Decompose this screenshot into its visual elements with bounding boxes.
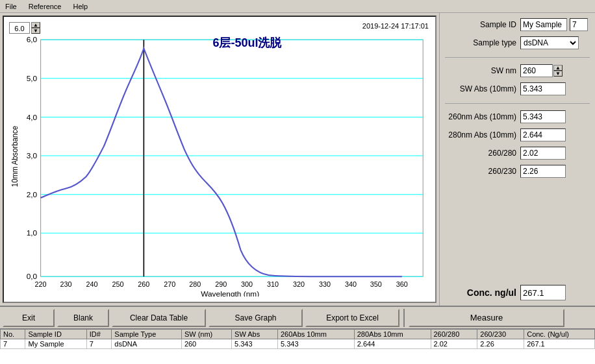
spinner-up[interactable]: ▲ (31, 22, 40, 28)
abs280-row: 280nm Abs (10mm) 2.644 (445, 128, 590, 141)
top-section: 6.0 ▲ ▼ 2019-12-24 17:17:01 6层-50ul洗脱 (0, 13, 595, 306)
save-graph-button[interactable]: Save Graph (209, 309, 303, 327)
conc-value: 267.1 (520, 285, 566, 300)
sw-nm-up[interactable]: ▲ (553, 65, 563, 71)
svg-text:330: 330 (319, 280, 331, 288)
svg-text:5,0: 5,0 (27, 75, 38, 82)
ratio260230-label: 260/230 (445, 167, 516, 176)
chart-timestamp: 2019-12-24 17:17:01 (362, 22, 429, 30)
col-sample-type: Sample Type (112, 330, 182, 339)
table-cell: 2.644 (354, 339, 431, 349)
svg-text:340: 340 (345, 280, 357, 288)
ratio260230-row: 260/230 2.26 (445, 165, 590, 178)
chart-svg: 6,0 5,0 4,0 3,0 2,0 1,0 0,0 220 230 240 … (9, 36, 430, 297)
col-abs260: 260Abs 10mm (277, 330, 354, 339)
col-260230: 260/230 (477, 330, 524, 339)
divider1 (445, 57, 590, 58)
col-sw-abs: SW Abs (232, 330, 278, 339)
full-layout: 6.0 ▲ ▼ 2019-12-24 17:17:01 6层-50ul洗脱 (0, 13, 595, 364)
sw-nm-row: SW nm ▲ ▼ (445, 64, 590, 77)
menu-help[interactable]: Help (71, 3, 91, 10)
sw-nm-input[interactable] (520, 64, 553, 77)
abs280-value: 2.644 (520, 128, 566, 141)
ratio260280-value: 2.02 (520, 147, 566, 160)
export-button[interactable]: Export to Excel (305, 309, 399, 327)
sample-id-input[interactable] (520, 18, 567, 31)
table-row: 7My Sample7dsDNA2605.3435.3432.6442.022.… (1, 339, 595, 349)
chart-spinner: 6.0 ▲ ▼ (9, 22, 40, 34)
chart-container: 6.0 ▲ ▼ 2019-12-24 17:17:01 6层-50ul洗脱 (3, 16, 437, 303)
spinner-arrows: ▲ ▼ (31, 22, 40, 34)
svg-text:10mm Absorbance: 10mm Absorbance (11, 126, 19, 187)
sw-nm-arrows: ▲ ▼ (553, 65, 563, 77)
abs280-label: 280nm Abs (10mm) (445, 130, 516, 140)
svg-text:360: 360 (396, 280, 408, 288)
svg-text:3,0: 3,0 (27, 152, 38, 160)
svg-text:300: 300 (241, 280, 253, 288)
ratio260280-row: 260/280 2.02 (445, 147, 590, 160)
abs260-value: 5.343 (520, 110, 566, 123)
col-sw-nm: SW (nm) (181, 330, 231, 339)
table-header-row: No. Sample ID ID# Sample Type SW (nm) SW… (1, 330, 595, 339)
sw-nm-label: SW nm (445, 66, 516, 75)
table-cell: 7 (1, 339, 25, 349)
menu-reference[interactable]: Reference (26, 3, 64, 10)
svg-text:320: 320 (293, 280, 305, 288)
divider2 (445, 103, 590, 104)
svg-text:350: 350 (370, 280, 382, 288)
table-cell: 260 (181, 339, 231, 349)
sample-num-input[interactable] (570, 18, 588, 31)
svg-text:260: 260 (138, 280, 149, 288)
ratio260230-value: 2.26 (520, 165, 566, 178)
blank-button[interactable]: Blank (57, 309, 109, 327)
sw-nm-down[interactable]: ▼ (553, 71, 563, 77)
measure-button[interactable]: Measure (409, 309, 564, 327)
spinner-down[interactable]: ▼ (31, 28, 40, 34)
svg-text:240: 240 (86, 280, 97, 288)
col-no: No. (1, 330, 25, 339)
sample-type-select[interactable]: dsDNA ssDNA RNA Protein (520, 36, 579, 49)
sample-type-row: Sample type dsDNA ssDNA RNA Protein (445, 36, 590, 49)
sample-id-label: Sample ID (445, 20, 516, 29)
menu-file[interactable]: File (3, 3, 19, 10)
svg-text:230: 230 (60, 280, 71, 288)
spinner-value: 6.0 (9, 22, 30, 34)
chart-svg-container: 6,0 5,0 4,0 3,0 2,0 1,0 0,0 220 230 240 … (9, 36, 430, 297)
svg-text:280: 280 (189, 280, 201, 288)
svg-text:4,0: 4,0 (27, 114, 38, 121)
svg-text:1,0: 1,0 (27, 230, 38, 237)
col-260280: 260/280 (431, 330, 477, 339)
sw-abs-row: SW Abs (10mm) 5.343 (445, 82, 590, 95)
conc-label: Conc. ng/ul (445, 287, 516, 298)
chart-title: 6层-50ul洗脱 (212, 35, 281, 51)
svg-text:2,0: 2,0 (27, 191, 38, 199)
exit-button[interactable]: Exit (3, 309, 55, 327)
clear-data-button[interactable]: Clear Data Table (112, 309, 206, 327)
ratio260280-label: 260/280 (445, 149, 516, 158)
col-conc: Conc. (Ng/ul) (524, 330, 595, 339)
sample-type-label: Sample type (445, 38, 516, 47)
table-cell: 5.343 (232, 339, 278, 349)
svg-text:290: 290 (215, 280, 227, 288)
button-bar: Exit Blank Clear Data Table Save Graph E… (0, 306, 595, 328)
col-abs280: 280Abs 10mm (354, 330, 431, 339)
right-panel: Sample ID Sample type dsDNA ssDNA RNA Pr… (439, 13, 595, 306)
button-separator (403, 309, 405, 327)
svg-text:0,0: 0,0 (27, 273, 38, 281)
svg-text:220: 220 (35, 280, 47, 288)
abs260-row: 260nm Abs (10mm) 5.343 (445, 110, 590, 123)
table-cell: 267.1 (524, 339, 595, 349)
svg-text:310: 310 (267, 280, 279, 288)
table-cell: My Sample (25, 339, 86, 349)
col-id: ID# (86, 330, 111, 339)
sw-abs-value: 5.343 (520, 82, 566, 95)
abs260-label: 260nm Abs (10mm) (445, 112, 516, 121)
col-sample-id: Sample ID (25, 330, 86, 339)
data-table-container: No. Sample ID ID# Sample Type SW (nm) SW… (0, 328, 595, 364)
svg-text:250: 250 (112, 280, 123, 288)
table-cell: 2.02 (431, 339, 477, 349)
table-cell: 7 (86, 339, 111, 349)
table-cell: dsDNA (112, 339, 182, 349)
table-cell: 5.343 (277, 339, 354, 349)
svg-text:Wavelength (nm): Wavelength (nm) (201, 290, 259, 297)
